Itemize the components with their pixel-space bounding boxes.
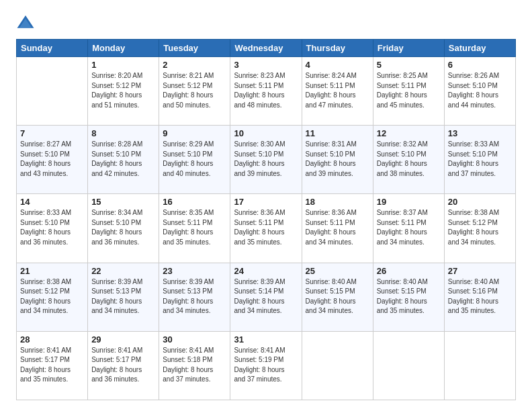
calendar-cell: 26Sunrise: 8:40 AM Sunset: 5:15 PM Dayli… xyxy=(373,263,444,331)
day-info: Sunrise: 8:38 AM Sunset: 5:12 PM Dayligh… xyxy=(20,277,84,316)
day-number: 7 xyxy=(20,128,84,138)
week-row-4: 21Sunrise: 8:38 AM Sunset: 5:12 PM Dayli… xyxy=(17,263,516,331)
day-number: 24 xyxy=(234,266,298,276)
day-info: Sunrise: 8:33 AM Sunset: 5:10 PM Dayligh… xyxy=(448,140,512,179)
calendar-cell: 31Sunrise: 8:41 AM Sunset: 5:19 PM Dayli… xyxy=(230,331,302,400)
day-number: 21 xyxy=(20,266,84,276)
day-info: Sunrise: 8:27 AM Sunset: 5:10 PM Dayligh… xyxy=(20,140,84,179)
calendar-cell: 10Sunrise: 8:30 AM Sunset: 5:10 PM Dayli… xyxy=(230,126,302,194)
day-number: 31 xyxy=(234,334,298,345)
day-info: Sunrise: 8:30 AM Sunset: 5:10 PM Dayligh… xyxy=(234,140,298,179)
day-info: Sunrise: 8:36 AM Sunset: 5:11 PM Dayligh… xyxy=(306,208,369,247)
day-info: Sunrise: 8:29 AM Sunset: 5:10 PM Dayligh… xyxy=(163,140,226,179)
day-number: 17 xyxy=(234,197,298,207)
calendar-cell: 11Sunrise: 8:31 AM Sunset: 5:10 PM Dayli… xyxy=(302,126,373,194)
calendar-cell: 30Sunrise: 8:41 AM Sunset: 5:18 PM Dayli… xyxy=(159,331,230,400)
day-number: 9 xyxy=(163,128,226,138)
day-number: 15 xyxy=(91,197,155,207)
day-number: 20 xyxy=(448,197,512,207)
calendar-cell: 13Sunrise: 8:33 AM Sunset: 5:10 PM Dayli… xyxy=(444,126,515,194)
calendar-cell: 8Sunrise: 8:28 AM Sunset: 5:10 PM Daylig… xyxy=(88,126,159,194)
calendar-cell: 14Sunrise: 8:33 AM Sunset: 5:10 PM Dayli… xyxy=(17,194,88,263)
calendar-cell: 28Sunrise: 8:41 AM Sunset: 5:17 PM Dayli… xyxy=(17,331,88,400)
day-info: Sunrise: 8:35 AM Sunset: 5:11 PM Dayligh… xyxy=(163,208,226,247)
weekday-saturday: Saturday xyxy=(444,40,515,57)
calendar-cell: 15Sunrise: 8:34 AM Sunset: 5:10 PM Dayli… xyxy=(88,194,159,263)
weekday-header-row: SundayMondayTuesdayWednesdayThursdayFrid… xyxy=(17,40,516,57)
day-info: Sunrise: 8:40 AM Sunset: 5:15 PM Dayligh… xyxy=(306,277,369,316)
day-info: Sunrise: 8:40 AM Sunset: 5:15 PM Dayligh… xyxy=(377,277,441,316)
calendar-cell: 9Sunrise: 8:29 AM Sunset: 5:10 PM Daylig… xyxy=(159,126,230,194)
day-number: 5 xyxy=(377,60,441,70)
calendar-cell: 4Sunrise: 8:24 AM Sunset: 5:11 PM Daylig… xyxy=(302,57,373,126)
calendar-cell xyxy=(17,57,88,126)
calendar-cell: 6Sunrise: 8:26 AM Sunset: 5:10 PM Daylig… xyxy=(444,57,515,126)
calendar-cell: 19Sunrise: 8:37 AM Sunset: 5:11 PM Dayli… xyxy=(373,194,444,263)
calendar-cell: 3Sunrise: 8:23 AM Sunset: 5:11 PM Daylig… xyxy=(230,57,302,126)
calendar-cell: 24Sunrise: 8:39 AM Sunset: 5:14 PM Dayli… xyxy=(230,263,302,331)
header xyxy=(16,13,516,32)
week-row-1: 1Sunrise: 8:20 AM Sunset: 5:12 PM Daylig… xyxy=(17,57,516,126)
calendar: SundayMondayTuesdayWednesdayThursdayFrid… xyxy=(16,39,516,400)
calendar-cell: 7Sunrise: 8:27 AM Sunset: 5:10 PM Daylig… xyxy=(17,126,88,194)
weekday-wednesday: Wednesday xyxy=(230,40,302,57)
calendar-cell: 5Sunrise: 8:25 AM Sunset: 5:11 PM Daylig… xyxy=(373,57,444,126)
day-info: Sunrise: 8:38 AM Sunset: 5:12 PM Dayligh… xyxy=(448,208,512,247)
day-info: Sunrise: 8:39 AM Sunset: 5:14 PM Dayligh… xyxy=(234,277,298,316)
calendar-cell xyxy=(444,331,515,400)
calendar-cell: 20Sunrise: 8:38 AM Sunset: 5:12 PM Dayli… xyxy=(444,194,515,263)
day-number: 12 xyxy=(377,128,441,138)
calendar-cell xyxy=(373,331,444,400)
calendar-cell: 21Sunrise: 8:38 AM Sunset: 5:12 PM Dayli… xyxy=(17,263,88,331)
day-info: Sunrise: 8:41 AM Sunset: 5:17 PM Dayligh… xyxy=(20,346,84,385)
calendar-cell: 27Sunrise: 8:40 AM Sunset: 5:16 PM Dayli… xyxy=(444,263,515,331)
day-info: Sunrise: 8:20 AM Sunset: 5:12 PM Dayligh… xyxy=(91,71,155,110)
day-info: Sunrise: 8:36 AM Sunset: 5:11 PM Dayligh… xyxy=(234,208,298,247)
day-info: Sunrise: 8:31 AM Sunset: 5:10 PM Dayligh… xyxy=(306,140,369,179)
day-number: 13 xyxy=(448,128,512,138)
week-row-5: 28Sunrise: 8:41 AM Sunset: 5:17 PM Dayli… xyxy=(17,331,516,400)
week-row-2: 7Sunrise: 8:27 AM Sunset: 5:10 PM Daylig… xyxy=(17,126,516,194)
day-info: Sunrise: 8:40 AM Sunset: 5:16 PM Dayligh… xyxy=(448,277,512,316)
day-number: 18 xyxy=(306,197,369,207)
day-info: Sunrise: 8:24 AM Sunset: 5:11 PM Dayligh… xyxy=(306,71,369,110)
calendar-cell: 2Sunrise: 8:21 AM Sunset: 5:12 PM Daylig… xyxy=(159,57,230,126)
calendar-cell: 22Sunrise: 8:39 AM Sunset: 5:13 PM Dayli… xyxy=(88,263,159,331)
logo xyxy=(16,13,38,32)
weekday-friday: Friday xyxy=(373,40,444,57)
day-info: Sunrise: 8:39 AM Sunset: 5:13 PM Dayligh… xyxy=(163,277,226,316)
day-info: Sunrise: 8:33 AM Sunset: 5:10 PM Dayligh… xyxy=(20,208,84,247)
page: SundayMondayTuesdayWednesdayThursdayFrid… xyxy=(0,0,532,411)
day-info: Sunrise: 8:41 AM Sunset: 5:19 PM Dayligh… xyxy=(234,346,298,385)
day-info: Sunrise: 8:25 AM Sunset: 5:11 PM Dayligh… xyxy=(377,71,441,110)
day-info: Sunrise: 8:32 AM Sunset: 5:10 PM Dayligh… xyxy=(377,140,441,179)
day-number: 19 xyxy=(377,197,441,207)
calendar-cell: 12Sunrise: 8:32 AM Sunset: 5:10 PM Dayli… xyxy=(373,126,444,194)
day-info: Sunrise: 8:21 AM Sunset: 5:12 PM Dayligh… xyxy=(163,71,226,110)
day-number: 1 xyxy=(91,60,155,70)
day-info: Sunrise: 8:26 AM Sunset: 5:10 PM Dayligh… xyxy=(448,71,512,110)
calendar-cell: 29Sunrise: 8:41 AM Sunset: 5:17 PM Dayli… xyxy=(88,331,159,400)
day-number: 3 xyxy=(234,60,298,70)
calendar-cell: 17Sunrise: 8:36 AM Sunset: 5:11 PM Dayli… xyxy=(230,194,302,263)
calendar-cell: 16Sunrise: 8:35 AM Sunset: 5:11 PM Dayli… xyxy=(159,194,230,263)
day-number: 2 xyxy=(163,60,226,70)
day-info: Sunrise: 8:23 AM Sunset: 5:11 PM Dayligh… xyxy=(234,71,298,110)
day-number: 30 xyxy=(163,334,226,345)
logo-icon xyxy=(16,13,35,32)
day-info: Sunrise: 8:34 AM Sunset: 5:10 PM Dayligh… xyxy=(91,208,155,247)
day-info: Sunrise: 8:39 AM Sunset: 5:13 PM Dayligh… xyxy=(91,277,155,316)
weekday-thursday: Thursday xyxy=(302,40,373,57)
calendar-cell: 23Sunrise: 8:39 AM Sunset: 5:13 PM Dayli… xyxy=(159,263,230,331)
day-info: Sunrise: 8:41 AM Sunset: 5:17 PM Dayligh… xyxy=(91,346,155,385)
day-number: 16 xyxy=(163,197,226,207)
calendar-cell xyxy=(302,331,373,400)
calendar-cell: 25Sunrise: 8:40 AM Sunset: 5:15 PM Dayli… xyxy=(302,263,373,331)
day-number: 27 xyxy=(448,266,512,276)
day-number: 28 xyxy=(20,334,84,345)
day-number: 25 xyxy=(306,266,369,276)
day-number: 26 xyxy=(377,266,441,276)
day-info: Sunrise: 8:37 AM Sunset: 5:11 PM Dayligh… xyxy=(377,208,441,247)
day-info: Sunrise: 8:28 AM Sunset: 5:10 PM Dayligh… xyxy=(91,140,155,179)
calendar-cell: 1Sunrise: 8:20 AM Sunset: 5:12 PM Daylig… xyxy=(88,57,159,126)
